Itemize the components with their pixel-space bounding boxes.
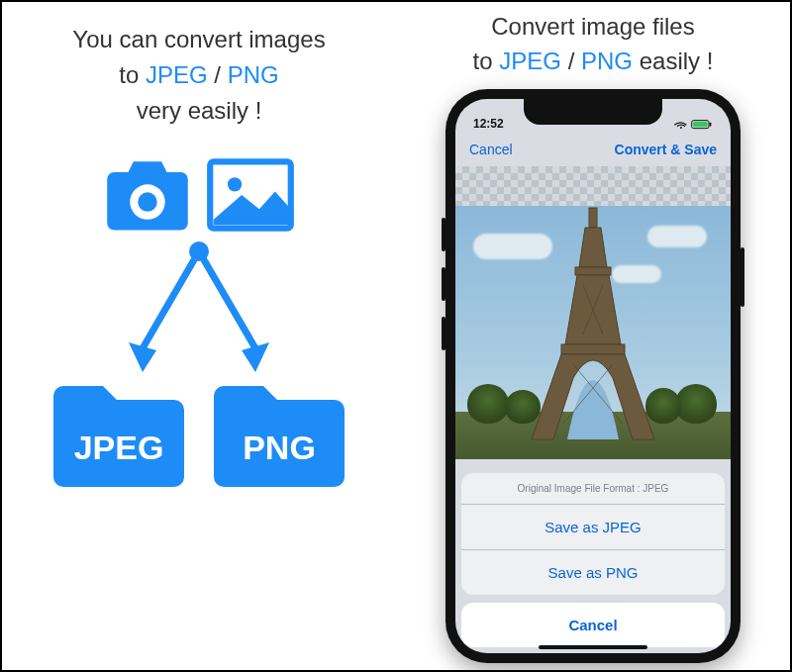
headline2-suffix: easily ! [633,48,713,74]
left-headline: You can convert images to JPEG / PNG ver… [72,22,325,129]
svg-point-1 [138,192,157,212]
format-jpeg-label-2: JPEG [499,48,561,74]
image-icon [206,156,295,238]
headline-line2-prefix: to [119,61,146,88]
nav-convert-save-button[interactable]: Convert & Save [615,142,717,157]
svg-rect-13 [589,208,597,228]
headline2-prefix: to [473,48,500,74]
folder-jpeg-label: JPEG [74,429,164,466]
svg-rect-11 [710,123,712,127]
sheet-cancel-button[interactable]: Cancel [461,603,725,647]
svg-line-7 [199,251,255,348]
format-sep-2: / [561,48,581,74]
format-png-label-2: PNG [581,48,633,74]
transparency-checker [455,166,731,206]
svg-marker-6 [129,342,156,372]
format-png-label: PNG [228,61,279,88]
svg-rect-15 [561,344,625,354]
action-sheet: Original Image File Format : JPEG Save a… [455,467,731,653]
headline-line2: to JPEG / PNG [72,57,325,93]
promo-frame: You can convert images to JPEG / PNG ver… [0,0,792,672]
left-panel: You can convert images to JPEG / PNG ver… [2,2,396,670]
action-sheet-main: Original Image File Format : JPEG Save a… [461,473,725,595]
preview-image [455,206,731,459]
sheet-header-label: Original Image File Format : JPEG [461,473,725,505]
folder-png-label: PNG [243,429,316,466]
source-icons [103,156,295,238]
output-folders: JPEG PNG [46,376,352,499]
save-as-jpeg-button[interactable]: Save as JPEG [461,505,725,550]
folder-png-icon: PNG [206,376,352,499]
save-as-png-button[interactable]: Save as PNG [461,550,725,595]
svg-marker-8 [242,342,269,372]
headline2-line2: to JPEG / PNG easily ! [473,45,714,79]
folder-jpeg-icon: JPEG [46,376,192,499]
svg-point-9 [680,127,682,129]
svg-rect-14 [575,267,611,275]
headline-line3: very easily ! [72,93,325,129]
status-time: 12:52 [473,117,504,131]
format-sep: / [208,61,228,88]
nav-bar: Cancel Convert & Save [455,133,731,166]
eiffel-tower-icon [524,206,662,447]
headline2-line1: Convert image files [473,10,714,45]
phone-mockup: 12:52 Cancel Convert & [446,89,741,663]
headline-line1: You can convert images [72,22,325,57]
home-indicator [539,645,647,649]
svg-line-5 [143,251,199,348]
svg-rect-12 [693,122,708,127]
right-panel: Convert image files to JPEG / PNG easily… [396,2,790,670]
phone-notch [524,99,662,125]
wifi-battery-icon [673,118,713,130]
split-arrows-icon [95,240,303,382]
nav-cancel-button[interactable]: Cancel [469,142,513,157]
phone-screen: 12:52 Cancel Convert & [455,99,731,653]
format-jpeg-label: JPEG [146,61,208,88]
status-indicators [673,117,713,131]
right-headline: Convert image files to JPEG / PNG easily… [473,10,714,79]
camera-icon [103,156,192,238]
svg-point-3 [228,177,242,191]
